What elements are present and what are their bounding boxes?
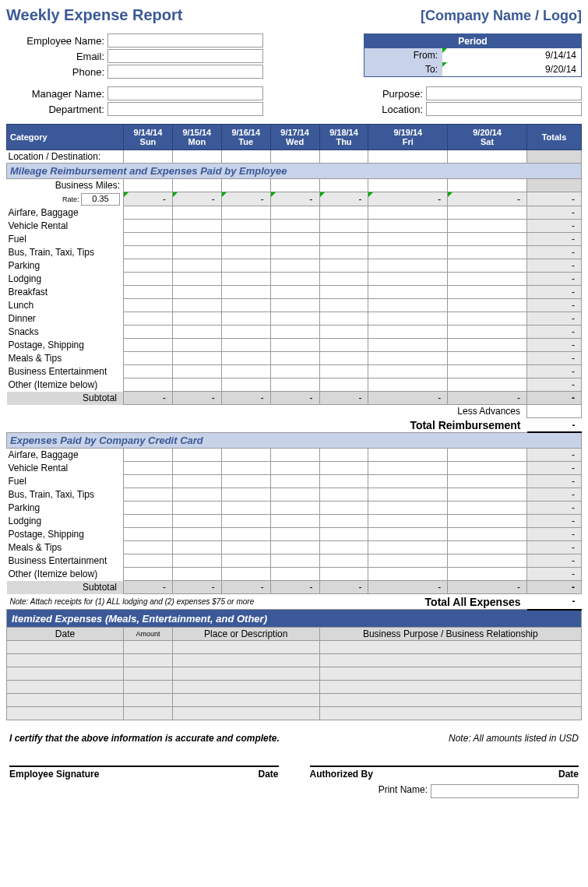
expense-cell[interactable] [368, 352, 448, 365]
expense-cell[interactable] [368, 502, 448, 515]
less-advances-input[interactable] [527, 405, 582, 418]
expense-cell[interactable] [368, 179, 448, 192]
expense-cell[interactable] [221, 378, 270, 392]
expense-cell[interactable] [368, 339, 448, 352]
expense-cell[interactable] [319, 488, 368, 502]
expense-cell[interactable] [448, 233, 527, 246]
expense-cell[interactable] [172, 462, 221, 475]
expense-cell[interactable] [172, 475, 221, 488]
expense-cell[interactable] [448, 206, 527, 220]
expense-cell[interactable] [448, 326, 527, 339]
expense-cell[interactable] [368, 568, 448, 581]
expense-cell[interactable] [172, 378, 221, 392]
expense-cell[interactable] [319, 475, 368, 488]
expense-cell[interactable] [270, 515, 319, 528]
expense-cell[interactable] [270, 502, 319, 515]
location-input[interactable] [426, 102, 582, 116]
expense-cell[interactable] [368, 515, 448, 528]
expense-cell[interactable] [319, 515, 368, 528]
expense-cell[interactable] [172, 179, 221, 192]
expense-cell[interactable] [319, 502, 368, 515]
expense-cell[interactable] [221, 233, 270, 246]
print-name-input[interactable] [431, 784, 579, 798]
expense-cell[interactable] [448, 568, 527, 581]
period-from-value[interactable]: 9/14/14 [442, 48, 581, 62]
expense-cell[interactable] [124, 259, 173, 273]
expense-cell[interactable] [319, 449, 368, 462]
itemized-purpose-cell[interactable] [319, 693, 581, 706]
expense-cell[interactable] [319, 206, 368, 220]
expense-cell[interactable] [172, 326, 221, 339]
expense-cell[interactable] [270, 299, 319, 312]
expense-cell[interactable] [270, 554, 319, 568]
expense-cell[interactable] [221, 475, 270, 488]
expense-cell[interactable] [221, 299, 270, 312]
expense-cell[interactable] [172, 233, 221, 246]
expense-cell[interactable] [368, 365, 448, 378]
expense-cell[interactable] [221, 568, 270, 581]
expense-cell[interactable] [270, 568, 319, 581]
expense-cell[interactable] [270, 352, 319, 365]
expense-cell[interactable] [319, 365, 368, 378]
expense-cell[interactable] [124, 150, 173, 164]
expense-cell[interactable] [368, 150, 448, 164]
expense-cell[interactable] [319, 378, 368, 392]
expense-cell[interactable] [221, 554, 270, 568]
expense-cell[interactable] [124, 233, 173, 246]
expense-cell[interactable] [172, 554, 221, 568]
expense-cell[interactable] [319, 273, 368, 286]
expense-cell[interactable] [448, 378, 527, 392]
expense-cell[interactable] [368, 220, 448, 233]
expense-cell[interactable] [368, 312, 448, 326]
itemized-date-cell[interactable] [7, 693, 124, 706]
expense-cell[interactable] [172, 365, 221, 378]
expense-cell[interactable] [448, 299, 527, 312]
expense-cell[interactable] [319, 312, 368, 326]
expense-cell[interactable] [448, 475, 527, 488]
expense-cell[interactable] [124, 179, 173, 192]
manager-input[interactable] [107, 86, 263, 100]
expense-cell[interactable] [270, 286, 319, 299]
expense-cell[interactable] [319, 179, 368, 192]
expense-cell[interactable] [172, 515, 221, 528]
expense-cell[interactable] [368, 299, 448, 312]
expense-cell[interactable] [368, 449, 448, 462]
expense-cell[interactable] [448, 286, 527, 299]
expense-cell[interactable] [221, 326, 270, 339]
expense-cell[interactable] [221, 541, 270, 554]
itemized-amount-cell[interactable] [124, 667, 173, 680]
expense-cell[interactable] [368, 528, 448, 541]
expense-cell[interactable] [172, 502, 221, 515]
expense-cell[interactable] [319, 259, 368, 273]
expense-cell[interactable] [319, 150, 368, 164]
expense-cell[interactable] [221, 515, 270, 528]
expense-cell[interactable] [172, 312, 221, 326]
expense-cell[interactable] [448, 273, 527, 286]
expense-cell[interactable] [319, 233, 368, 246]
expense-cell[interactable] [221, 502, 270, 515]
phone-input[interactable] [107, 65, 263, 79]
expense-cell[interactable] [270, 488, 319, 502]
expense-cell[interactable] [172, 273, 221, 286]
expense-cell[interactable] [368, 259, 448, 273]
expense-cell[interactable] [124, 339, 173, 352]
expense-cell[interactable] [124, 568, 173, 581]
expense-cell[interactable] [448, 488, 527, 502]
itemized-amount-cell[interactable] [124, 693, 173, 706]
expense-cell[interactable] [270, 206, 319, 220]
expense-cell[interactable] [448, 541, 527, 554]
expense-cell[interactable] [221, 150, 270, 164]
expense-cell[interactable] [124, 246, 173, 259]
expense-cell[interactable] [221, 259, 270, 273]
expense-cell[interactable] [270, 220, 319, 233]
expense-cell[interactable] [124, 475, 173, 488]
expense-cell[interactable] [124, 299, 173, 312]
purpose-input[interactable] [426, 86, 582, 100]
expense-cell[interactable] [172, 246, 221, 259]
expense-cell[interactable] [448, 449, 527, 462]
expense-cell[interactable] [172, 449, 221, 462]
expense-cell[interactable] [448, 339, 527, 352]
expense-cell[interactable] [270, 246, 319, 259]
itemized-purpose-cell[interactable] [319, 640, 581, 653]
expense-cell[interactable] [124, 326, 173, 339]
